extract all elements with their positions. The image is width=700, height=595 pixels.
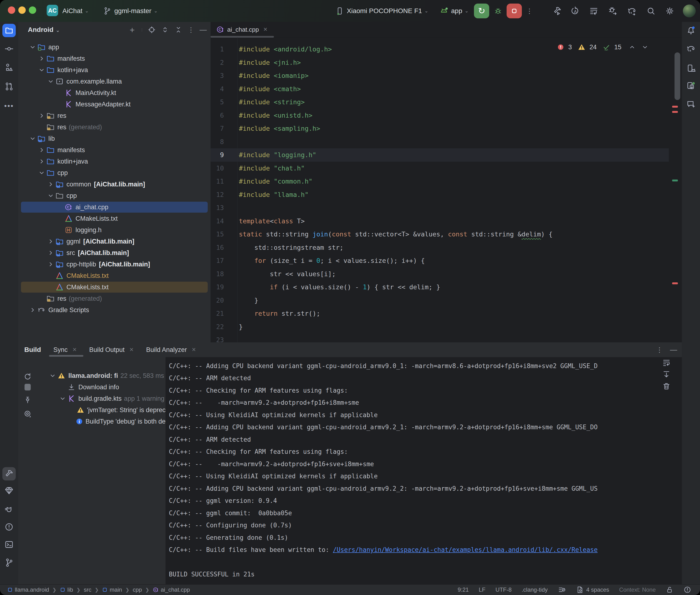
error-indicator-icon[interactable] (683, 586, 692, 594)
chevron-right-icon[interactable] (38, 112, 46, 119)
project-tree-item-cpp-httplib[interactable]: cpp-httplib[AiChat.lib.main] (18, 259, 211, 270)
chevron-right-icon[interactable] (47, 238, 55, 245)
build-tool-button[interactable] (2, 467, 16, 480)
chevron-down-icon[interactable] (38, 169, 46, 176)
close-tab-icon[interactable]: ✕ (263, 26, 268, 33)
build-tree-item[interactable]: llama.android: fi22 sec, 583 ms (18, 370, 166, 381)
chevron-down-icon[interactable] (47, 192, 55, 199)
more-tools-button[interactable]: ••• (2, 99, 16, 113)
pull-requests-tool-button[interactable] (2, 80, 16, 93)
minimize-window-button[interactable] (18, 6, 26, 14)
build-tab-build-analyzer[interactable]: Build Analyzer✕ (146, 346, 196, 353)
build-console[interactable]: C/C++: -- Using KleidiAI optimized kerne… (166, 357, 682, 585)
collapse-all-button[interactable] (174, 26, 183, 34)
context-indicator[interactable]: Context: None (619, 587, 656, 593)
commit-tool-button[interactable] (2, 42, 16, 55)
editor-tab[interactable]: C ai_chat.cpp ✕ (211, 22, 273, 37)
build-tab-build-output[interactable]: Build Output✕ (89, 346, 134, 353)
breadcrumb-item-ai-chat-cpp[interactable]: Cai_chat.cpp (153, 587, 190, 593)
device-selector[interactable]: Xiaomi POCOPHONE F1⌄ (335, 0, 428, 22)
rerun-button[interactable]: ↻ (474, 4, 489, 18)
logcat-tool-button[interactable] (2, 503, 16, 516)
error-stripe-mark[interactable] (672, 106, 678, 108)
device-manager-button[interactable] (684, 62, 698, 75)
project-tree-item-res[interactable]: res(generated) (18, 121, 211, 133)
project-tree-item-lib[interactable]: lib (18, 133, 211, 144)
project-tree-item-ai-chat-cpp[interactable]: Cai_chat.cpp (18, 201, 211, 213)
project-tree-item-manifests[interactable]: manifests (18, 144, 211, 156)
lock-open-icon[interactable] (666, 586, 673, 594)
gradle-sync-button[interactable] (624, 4, 639, 18)
chevron-right-icon[interactable] (47, 249, 55, 256)
gradle-tool-button[interactable] (684, 42, 698, 55)
chevron-down-icon[interactable] (59, 395, 67, 402)
project-tree-item-app[interactable]: app (18, 41, 211, 53)
build-output-link[interactable]: /Users/hanyin/Workspace/ai-chat/examples… (333, 546, 597, 553)
prev-problem-button[interactable] (628, 44, 636, 51)
soft-wrap-button[interactable] (662, 358, 671, 367)
breadcrumb-item-llama-android[interactable]: llama.android (7, 587, 49, 593)
new-file-button[interactable]: ＋ (128, 24, 136, 35)
stop-button[interactable] (507, 4, 522, 18)
build-tab-sync[interactable]: Sync✕ (53, 346, 77, 353)
zoom-window-button[interactable] (29, 6, 36, 14)
editor-scrollbar[interactable] (674, 52, 680, 100)
chevron-down-icon[interactable] (29, 44, 37, 51)
project-tree-item-cmakelists-txt[interactable]: CMakeLists.txt (18, 281, 211, 293)
project-tree-item-cpp[interactable]: cpp (18, 190, 211, 201)
build-tree-item[interactable]: build.gradle.ktsapp 1 warning (18, 393, 166, 404)
breadcrumb-item-src[interactable]: src (84, 587, 91, 593)
notifications-button[interactable] (684, 24, 698, 37)
search-everywhere-button[interactable] (644, 4, 658, 18)
chevron-down-icon[interactable] (29, 135, 37, 142)
line-separator[interactable]: LF (479, 587, 485, 593)
file-encoding[interactable]: UTF-8 (496, 587, 512, 593)
avatar[interactable] (683, 4, 696, 18)
chevron-right-icon[interactable] (38, 146, 46, 153)
close-tab-icon[interactable]: ✕ (73, 347, 77, 353)
app-quality-insights-button[interactable] (2, 484, 16, 497)
breadcrumb-item-main[interactable]: main (102, 587, 122, 593)
breadcrumb-item-cpp[interactable]: cpp (133, 587, 142, 593)
branch-selector[interactable]: ggml-master⌄ (103, 0, 158, 22)
project-tree-item-messageadapter-kt[interactable]: MessageAdapter.kt (18, 98, 211, 110)
project-tree-item-res[interactable]: res (18, 110, 211, 121)
build-project-button[interactable] (550, 4, 564, 18)
project-tree-item-logging-h[interactable]: logging.h (18, 224, 211, 236)
project-tree-item-common[interactable]: common[AiChat.lib.main] (18, 178, 211, 190)
run-config-selector[interactable]: app⌄ (440, 0, 469, 22)
info-stripe-mark[interactable] (672, 179, 678, 181)
inspections-widget[interactable]: 3 24 15 (557, 41, 648, 53)
close-tab-icon[interactable]: ✕ (129, 347, 134, 353)
project-view-selector[interactable]: Android⌄ (28, 26, 60, 34)
terminal-tool-button[interactable] (2, 538, 16, 551)
chevron-down-icon[interactable] (38, 66, 46, 74)
project-tree-item-res[interactable]: res(generated) (18, 293, 211, 304)
project-tree-item-cmakelists-txt[interactable]: CMakeLists.txt (18, 270, 211, 281)
next-problem-button[interactable] (641, 44, 648, 51)
panel-options-button[interactable]: ⋮ (188, 26, 194, 34)
hide-panel-button[interactable]: — (200, 26, 207, 34)
attach-debugger-button[interactable] (605, 4, 620, 18)
running-devices-button[interactable] (684, 79, 698, 92)
problems-tool-button[interactable] (2, 520, 16, 534)
editor-body[interactable]: 1#include <android/log.h>2#include <jni.… (211, 37, 682, 342)
close-window-button[interactable] (8, 6, 15, 14)
breadcrumb[interactable]: llama.android❯lib❯src❯main❯cpp❯Cai_chat.… (7, 587, 190, 593)
project-tree-item-gradle-scripts[interactable]: Gradle Scripts (18, 304, 211, 316)
project-tree-item-src[interactable]: src[AiChat.lib.main] (18, 247, 211, 259)
chevron-right-icon[interactable] (47, 181, 55, 188)
more-run-actions-button[interactable]: ⋮ (522, 4, 537, 18)
caret-position[interactable]: 9:21 (457, 587, 469, 593)
chevron-right-icon[interactable] (38, 158, 46, 165)
project-tree-item-cpp[interactable]: cpp (18, 167, 211, 178)
indent-style[interactable]: 4 spaces (576, 586, 609, 594)
expand-all-button[interactable] (161, 26, 169, 34)
debug-button[interactable] (491, 4, 505, 18)
project-tree-item-manifests[interactable]: manifests (18, 53, 211, 64)
project-selector[interactable]: AiChat⌄ (62, 0, 89, 22)
chevron-right-icon[interactable] (38, 55, 46, 62)
formatter-icon[interactable] (558, 586, 566, 594)
chevron-right-icon[interactable] (47, 261, 55, 268)
chevron-right-icon[interactable] (29, 306, 37, 314)
